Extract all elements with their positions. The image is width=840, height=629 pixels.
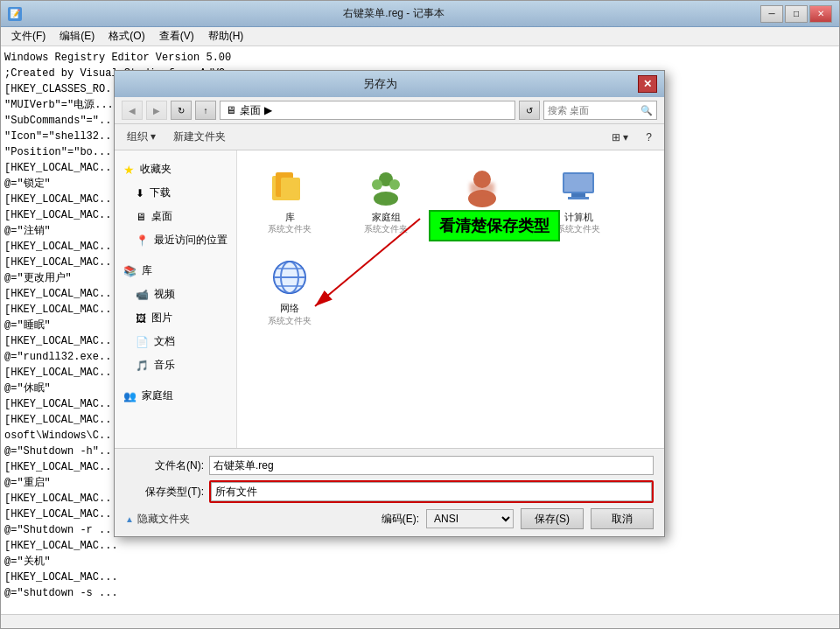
breadcrumb-arrow: ▶ xyxy=(264,104,272,116)
doc-label: 文档 xyxy=(154,334,175,349)
download-label: 下载 xyxy=(150,185,171,200)
new-folder-label: 新建文件夹 xyxy=(173,129,226,144)
star-icon: ★ xyxy=(123,163,135,177)
search-input[interactable] xyxy=(548,105,640,115)
menu-edit[interactable]: 编辑(E) xyxy=(52,27,102,45)
file-item-computer[interactable]: 计算机 系统文件夹 xyxy=(535,159,622,241)
computer-file-label: 计算机 xyxy=(564,211,593,223)
lib-label: 库 xyxy=(142,263,152,278)
close-button[interactable]: ✕ xyxy=(809,5,832,23)
menu-help[interactable]: 帮助(H) xyxy=(201,27,251,45)
recent-label: 最近访问的位置 xyxy=(154,233,228,248)
homegroup-file-label: 家庭组 xyxy=(372,211,401,223)
new-folder-button[interactable]: 新建文件夹 xyxy=(168,128,231,146)
video-label: 视频 xyxy=(154,287,175,302)
sidebar-item-picture[interactable]: 🖼 图片 xyxy=(115,306,236,330)
notepad-icon: 📝 xyxy=(8,7,22,21)
picture-label: 图片 xyxy=(151,311,172,325)
recent-icon: 📍 xyxy=(136,234,149,247)
svg-rect-9 xyxy=(470,183,494,193)
file-item-network[interactable]: 网络 系统文件夹 xyxy=(246,250,333,332)
sidebar-favorites-header: ★ 收藏夹 xyxy=(115,157,236,181)
file-item-library[interactable]: 库 系统文件夹 xyxy=(246,159,333,241)
homegroup-file-sublabel: 系统文件夹 xyxy=(364,223,408,235)
encoding-select[interactable]: ANSI UTF-8 Unicode xyxy=(426,509,514,528)
desktop-icon: 🖥 xyxy=(136,211,146,223)
filetype-select[interactable]: 所有文件 文本文档 (*.txt) xyxy=(211,482,652,501)
filename-row: 文件名(N): xyxy=(125,456,654,475)
search-icon: 🔍 xyxy=(640,105,653,116)
organize-label: 组织 ▾ xyxy=(127,129,156,144)
hidden-files-row: ▲ 隐藏文件夹 xyxy=(125,512,374,527)
lib-icon: 📚 xyxy=(123,265,136,277)
menu-view[interactable]: 查看(V) xyxy=(152,27,201,45)
dialog-sidebar: ★ 收藏夹 ⬇ 下载 🖥 桌面 📍 最近访问的位置 📚 库 📹 视频 xyxy=(115,150,237,448)
save-button[interactable]: 保存(S) xyxy=(521,508,584,529)
horizontal-scrollbar[interactable] xyxy=(1,614,839,628)
window-controls: ─ □ ✕ xyxy=(760,5,832,23)
dialog-bottom: 文件名(N): 保存类型(T): 所有文件 文本文档 (*.txt) ▲ 隐藏文… xyxy=(115,448,664,536)
breadcrumb-text: 桌面 xyxy=(240,103,261,118)
organize-button[interactable]: 组织 ▾ xyxy=(122,128,161,146)
favorites-label: 收藏夹 xyxy=(140,162,172,177)
dialog-toolbar: 组织 ▾ 新建文件夹 ⊞ ▾ ? xyxy=(115,124,664,150)
svg-rect-2 xyxy=(281,178,300,200)
sidebar-item-download[interactable]: ⬇ 下载 xyxy=(115,181,236,205)
menu-file[interactable]: 文件(F) xyxy=(4,27,52,45)
refresh-btn2[interactable]: ↺ xyxy=(519,101,540,120)
forward-button[interactable]: ▶ xyxy=(146,101,167,120)
maximize-button[interactable]: □ xyxy=(785,5,808,23)
library-icon xyxy=(269,165,311,207)
cancel-button[interactable]: 取消 xyxy=(591,508,654,529)
refresh-button[interactable]: ↻ xyxy=(171,101,192,120)
file-item-person[interactable]: ████████ 系统文件夹 xyxy=(438,159,526,241)
encoding-label: 编码(E): xyxy=(382,512,419,527)
sidebar-homegroup[interactable]: 👥 家庭组 xyxy=(115,384,236,408)
file-item-homegroup[interactable]: 家庭组 系统文件夹 xyxy=(342,159,430,241)
filename-input[interactable] xyxy=(209,456,654,475)
video-icon: 📹 xyxy=(136,289,149,301)
library-label: 库 xyxy=(285,211,295,223)
minimize-button[interactable]: ─ xyxy=(760,5,783,23)
sidebar-lib-header: 📚 库 xyxy=(115,259,236,283)
filetype-row: 保存类型(T): 所有文件 文本文档 (*.txt) xyxy=(125,480,654,503)
doc-icon: 📄 xyxy=(136,336,149,348)
music-label: 音乐 xyxy=(154,358,175,373)
svg-point-5 xyxy=(389,179,400,190)
homegroup-file-icon xyxy=(365,165,407,207)
dialog-titlebar: 另存为 ✕ xyxy=(115,71,664,97)
svg-rect-13 xyxy=(568,197,589,199)
arrow-icon: ▲ xyxy=(125,514,134,524)
dialog-files-area: 库 系统文件夹 家庭组 系统文件夹 xyxy=(237,150,664,448)
homegroup-label: 家庭组 xyxy=(142,388,173,403)
person-file-icon xyxy=(461,165,503,207)
person-file-sublabel: 系统文件夹 xyxy=(460,223,504,235)
sidebar-item-desktop[interactable]: 🖥 桌面 xyxy=(115,205,236,228)
svg-rect-12 xyxy=(571,193,585,197)
view-toggle-button[interactable]: ⊞ ▾ xyxy=(606,129,634,145)
menu-format[interactable]: 格式(O) xyxy=(102,27,151,45)
dialog-close-button[interactable]: ✕ xyxy=(638,75,657,93)
sidebar-item-video[interactable]: 📹 视频 xyxy=(115,283,236,306)
sidebar-item-music[interactable]: 🎵 音乐 xyxy=(115,353,236,377)
desktop-label: 桌面 xyxy=(151,209,172,224)
back-button[interactable]: ◀ xyxy=(122,101,143,120)
library-sublabel: 系统文件夹 xyxy=(268,223,312,235)
picture-icon: 🖼 xyxy=(136,312,146,325)
search-bar[interactable]: 🔍 xyxy=(543,101,657,120)
download-icon: ⬇ xyxy=(136,187,144,199)
hidden-files-label[interactable]: 隐藏文件夹 xyxy=(137,512,190,527)
notepad-titlebar: 📝 右键菜单.reg - 记事本 ─ □ ✕ xyxy=(1,1,839,27)
sidebar-item-recent[interactable]: 📍 最近访问的位置 xyxy=(115,228,236,252)
svg-point-6 xyxy=(374,192,398,206)
filename-label: 文件名(N): xyxy=(125,458,204,473)
breadcrumb[interactable]: 🖥 桌面 ▶ xyxy=(220,101,515,120)
up-button[interactable]: ↑ xyxy=(195,101,216,120)
filetype-label: 保存类型(T): xyxy=(125,485,204,500)
music-icon: 🎵 xyxy=(136,360,149,372)
help-button[interactable]: ? xyxy=(640,129,657,145)
save-dialog: 另存为 ✕ ◀ ▶ ↻ ↑ 🖥 桌面 ▶ ↺ 🔍 组织 ▾ 新建文件夹 ⊞ ▾ … xyxy=(114,70,665,537)
computer-file-sublabel: 系统文件夹 xyxy=(556,223,600,235)
network-file-icon xyxy=(269,256,311,298)
sidebar-item-doc[interactable]: 📄 文档 xyxy=(115,330,236,353)
